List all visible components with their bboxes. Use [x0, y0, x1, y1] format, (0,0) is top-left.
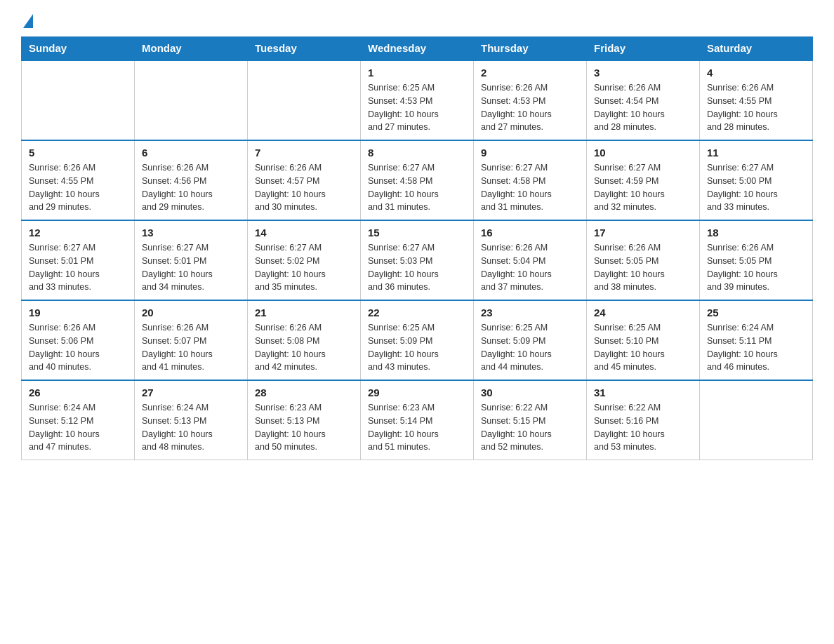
- day-number: 18: [707, 227, 805, 239]
- day-number: 26: [29, 387, 127, 398]
- day-number: 29: [368, 387, 466, 398]
- day-info: Sunrise: 6:25 AMSunset: 5:09 PMDaylight:…: [481, 321, 579, 374]
- day-number: 31: [594, 387, 692, 398]
- day-info: Sunrise: 6:27 AMSunset: 5:01 PMDaylight:…: [29, 241, 127, 294]
- calendar-cell: 15Sunrise: 6:27 AMSunset: 5:03 PMDayligh…: [361, 220, 474, 300]
- calendar-cell: 10Sunrise: 6:27 AMSunset: 4:59 PMDayligh…: [587, 140, 700, 220]
- day-info: Sunrise: 6:26 AMSunset: 5:07 PMDaylight:…: [142, 321, 240, 374]
- calendar-week-5: 26Sunrise: 6:24 AMSunset: 5:12 PMDayligh…: [22, 380, 813, 460]
- calendar-cell: 8Sunrise: 6:27 AMSunset: 4:58 PMDaylight…: [361, 140, 474, 220]
- calendar-cell: 12Sunrise: 6:27 AMSunset: 5:01 PMDayligh…: [22, 220, 135, 300]
- day-number: 27: [142, 387, 240, 398]
- day-info: Sunrise: 6:26 AMSunset: 4:53 PMDaylight:…: [481, 81, 579, 134]
- day-info: Sunrise: 6:26 AMSunset: 4:56 PMDaylight:…: [142, 161, 240, 214]
- day-number: 5: [29, 147, 127, 159]
- calendar-cell: 14Sunrise: 6:27 AMSunset: 5:02 PMDayligh…: [248, 220, 361, 300]
- day-info: Sunrise: 6:26 AMSunset: 4:55 PMDaylight:…: [29, 161, 127, 214]
- day-info: Sunrise: 6:22 AMSunset: 5:16 PMDaylight:…: [594, 401, 692, 454]
- day-info: Sunrise: 6:26 AMSunset: 4:57 PMDaylight:…: [255, 161, 353, 214]
- day-info: Sunrise: 6:26 AMSunset: 5:05 PMDaylight:…: [594, 241, 692, 294]
- calendar-cell: 13Sunrise: 6:27 AMSunset: 5:01 PMDayligh…: [135, 220, 248, 300]
- calendar-cell: 16Sunrise: 6:26 AMSunset: 5:04 PMDayligh…: [474, 220, 587, 300]
- page-header: [21, 14, 813, 29]
- calendar-week-2: 5Sunrise: 6:26 AMSunset: 4:55 PMDaylight…: [22, 140, 813, 220]
- day-info: Sunrise: 6:26 AMSunset: 5:05 PMDaylight:…: [707, 241, 805, 294]
- calendar-cell: 20Sunrise: 6:26 AMSunset: 5:07 PMDayligh…: [135, 300, 248, 380]
- calendar-cell: 22Sunrise: 6:25 AMSunset: 5:09 PMDayligh…: [361, 300, 474, 380]
- calendar-cell: 24Sunrise: 6:25 AMSunset: 5:10 PMDayligh…: [587, 300, 700, 380]
- weekday-header-sunday: Sunday: [22, 36, 135, 60]
- weekday-header-wednesday: Wednesday: [361, 36, 474, 60]
- calendar-cell: 11Sunrise: 6:27 AMSunset: 5:00 PMDayligh…: [700, 140, 813, 220]
- calendar-header-row: SundayMondayTuesdayWednesdayThursdayFrid…: [22, 36, 813, 60]
- day-info: Sunrise: 6:26 AMSunset: 5:04 PMDaylight:…: [481, 241, 579, 294]
- day-info: Sunrise: 6:27 AMSunset: 5:03 PMDaylight:…: [368, 241, 466, 294]
- calendar-cell: 7Sunrise: 6:26 AMSunset: 4:57 PMDaylight…: [248, 140, 361, 220]
- day-info: Sunrise: 6:24 AMSunset: 5:12 PMDaylight:…: [29, 401, 127, 454]
- day-info: Sunrise: 6:27 AMSunset: 4:58 PMDaylight:…: [481, 161, 579, 214]
- calendar-cell: 6Sunrise: 6:26 AMSunset: 4:56 PMDaylight…: [135, 140, 248, 220]
- day-number: 3: [594, 67, 692, 79]
- calendar-cell: 19Sunrise: 6:26 AMSunset: 5:06 PMDayligh…: [22, 300, 135, 380]
- weekday-header-thursday: Thursday: [474, 36, 587, 60]
- day-info: Sunrise: 6:23 AMSunset: 5:13 PMDaylight:…: [255, 401, 353, 454]
- day-info: Sunrise: 6:26 AMSunset: 4:54 PMDaylight:…: [594, 81, 692, 134]
- day-info: Sunrise: 6:26 AMSunset: 4:55 PMDaylight:…: [707, 81, 805, 134]
- weekday-header-tuesday: Tuesday: [248, 36, 361, 60]
- calendar-cell: 21Sunrise: 6:26 AMSunset: 5:08 PMDayligh…: [248, 300, 361, 380]
- day-number: 12: [29, 227, 127, 239]
- day-info: Sunrise: 6:22 AMSunset: 5:15 PMDaylight:…: [481, 401, 579, 454]
- calendar-week-3: 12Sunrise: 6:27 AMSunset: 5:01 PMDayligh…: [22, 220, 813, 300]
- day-number: 2: [481, 67, 579, 79]
- day-info: Sunrise: 6:23 AMSunset: 5:14 PMDaylight:…: [368, 401, 466, 454]
- calendar-cell: [22, 60, 135, 140]
- day-number: 6: [142, 147, 240, 159]
- calendar-cell: 9Sunrise: 6:27 AMSunset: 4:58 PMDaylight…: [474, 140, 587, 220]
- day-number: 1: [368, 67, 466, 79]
- calendar-cell: 1Sunrise: 6:25 AMSunset: 4:53 PMDaylight…: [361, 60, 474, 140]
- day-number: 20: [142, 307, 240, 318]
- day-number: 10: [594, 147, 692, 159]
- calendar-cell: 18Sunrise: 6:26 AMSunset: 5:05 PMDayligh…: [700, 220, 813, 300]
- day-number: 21: [255, 307, 353, 318]
- day-info: Sunrise: 6:26 AMSunset: 5:06 PMDaylight:…: [29, 321, 127, 374]
- day-info: Sunrise: 6:26 AMSunset: 5:08 PMDaylight:…: [255, 321, 353, 374]
- day-info: Sunrise: 6:25 AMSunset: 5:10 PMDaylight:…: [594, 321, 692, 374]
- day-info: Sunrise: 6:27 AMSunset: 5:00 PMDaylight:…: [707, 161, 805, 214]
- day-number: 14: [255, 227, 353, 239]
- day-number: 4: [707, 67, 805, 79]
- day-number: 23: [481, 307, 579, 318]
- calendar-cell: 3Sunrise: 6:26 AMSunset: 4:54 PMDaylight…: [587, 60, 700, 140]
- calendar-cell: 29Sunrise: 6:23 AMSunset: 5:14 PMDayligh…: [361, 380, 474, 460]
- calendar-cell: [700, 380, 813, 460]
- calendar-cell: 30Sunrise: 6:22 AMSunset: 5:15 PMDayligh…: [474, 380, 587, 460]
- day-number: 17: [594, 227, 692, 239]
- calendar-cell: 17Sunrise: 6:26 AMSunset: 5:05 PMDayligh…: [587, 220, 700, 300]
- day-number: 30: [481, 387, 579, 398]
- calendar-week-4: 19Sunrise: 6:26 AMSunset: 5:06 PMDayligh…: [22, 300, 813, 380]
- calendar-cell: 2Sunrise: 6:26 AMSunset: 4:53 PMDaylight…: [474, 60, 587, 140]
- day-info: Sunrise: 6:24 AMSunset: 5:13 PMDaylight:…: [142, 401, 240, 454]
- calendar-cell: 25Sunrise: 6:24 AMSunset: 5:11 PMDayligh…: [700, 300, 813, 380]
- calendar-cell: 23Sunrise: 6:25 AMSunset: 5:09 PMDayligh…: [474, 300, 587, 380]
- weekday-header-monday: Monday: [135, 36, 248, 60]
- day-number: 28: [255, 387, 353, 398]
- calendar-cell: 31Sunrise: 6:22 AMSunset: 5:16 PMDayligh…: [587, 380, 700, 460]
- weekday-header-friday: Friday: [587, 36, 700, 60]
- day-number: 16: [481, 227, 579, 239]
- calendar-cell: 5Sunrise: 6:26 AMSunset: 4:55 PMDaylight…: [22, 140, 135, 220]
- day-number: 7: [255, 147, 353, 159]
- day-info: Sunrise: 6:25 AMSunset: 4:53 PMDaylight:…: [368, 81, 466, 134]
- day-number: 8: [368, 147, 466, 159]
- calendar-table: SundayMondayTuesdayWednesdayThursdayFrid…: [21, 36, 813, 460]
- day-number: 22: [368, 307, 466, 318]
- day-info: Sunrise: 6:27 AMSunset: 5:01 PMDaylight:…: [142, 241, 240, 294]
- day-number: 13: [142, 227, 240, 239]
- calendar-cell: [248, 60, 361, 140]
- day-number: 15: [368, 227, 466, 239]
- day-info: Sunrise: 6:24 AMSunset: 5:11 PMDaylight:…: [707, 321, 805, 374]
- day-number: 25: [707, 307, 805, 318]
- day-info: Sunrise: 6:27 AMSunset: 5:02 PMDaylight:…: [255, 241, 353, 294]
- day-number: 9: [481, 147, 579, 159]
- calendar-week-1: 1Sunrise: 6:25 AMSunset: 4:53 PMDaylight…: [22, 60, 813, 140]
